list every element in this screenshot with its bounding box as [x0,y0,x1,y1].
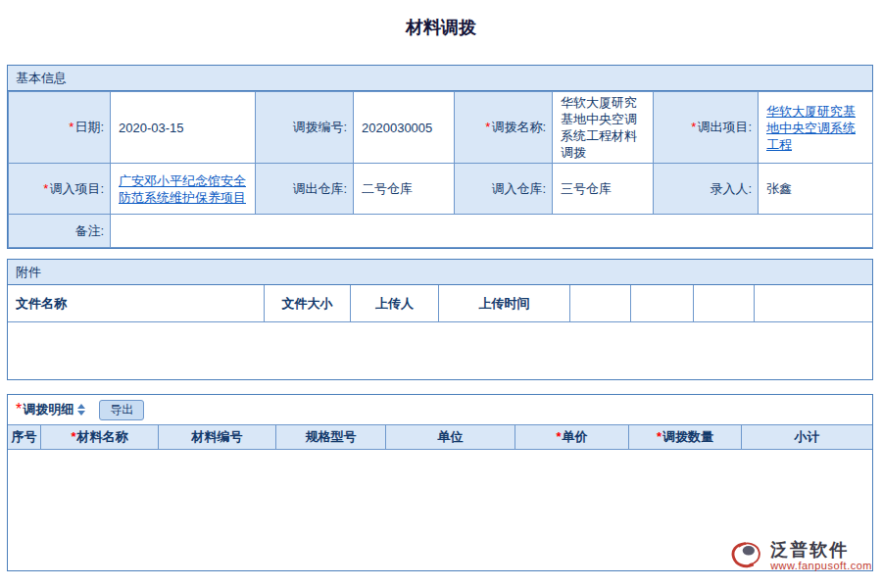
attachments-col-empty [755,285,872,321]
out-warehouse-label-text: 调出仓库: [292,181,347,196]
sort-icon[interactable] [77,404,85,416]
details-col-spec-model: 规格型号 [276,425,386,449]
attachments-col-uploader: 上传人 [351,285,439,321]
page-title: 材料调拨 [0,16,882,39]
in-project-label-text: 调入项目: [49,181,104,196]
export-button[interactable]: 导出 [99,400,144,420]
date-label-text: 日期: [74,120,104,134]
out-project-value: 华软大厦研究基地中央空调系统工程 [759,92,873,164]
details-col-quantity: *调拨数量 [629,425,742,449]
details-col-unit-text: 单位 [438,429,464,444]
out-project-label-text: 调出项目: [697,120,752,134]
transfer-no-label: 调拨编号: [256,92,354,164]
transfer-name-label-text: 调拨名称: [491,120,546,134]
required-marker: * [43,181,48,196]
required-marker: * [485,120,490,134]
details-col-material-code-text: 材料编号 [192,429,243,444]
attachments-col-empty [694,285,755,321]
details-col-subtotal: 小计 [742,425,872,449]
remark-value [111,215,873,248]
details-col-seq: 序号 [8,425,41,449]
attachments-section-title: 附件 [8,260,872,285]
transfer-no-label-text: 调拨编号: [292,120,347,134]
brand-footer: 泛普软件 www.fanpusoft.com [727,537,872,574]
basic-info-table: *日期: 2020-03-15 调拨编号: 2020030005 *调拨名称: … [8,91,873,248]
in-project-link[interactable]: 广安邓小平纪念馆安全防范系统维护保养项目 [119,172,249,206]
details-col-material-code: 材料编号 [159,425,276,449]
details-toolbar: * 调拨明细 导出 [8,395,872,424]
attachments-panel: 附件 文件名称 文件大小 上传人 上传时间 [7,259,873,380]
attachments-col-empty [631,285,694,321]
required-marker: * [71,429,75,444]
details-col-seq-text: 序号 [12,429,37,444]
in-warehouse-value: 三号仓库 [553,164,654,215]
details-col-quantity-text: 调拨数量 [662,429,713,444]
fanpu-logo-icon [727,537,764,574]
details-header-row: 序号 *材料名称 材料编号 规格型号 单位 *单价 *调拨数量 小计 [8,424,872,450]
out-project-link[interactable]: 华软大厦研究基地中央空调系统工程 [766,103,866,153]
basic-info-row-2: *调入项目: 广安邓小平纪念馆安全防范系统维护保养项目 调出仓库: 二号仓库 调… [9,164,873,215]
details-col-unit-price-text: 单价 [563,429,588,444]
transfer-name-label: *调拨名称: [455,92,553,164]
required-marker: * [556,429,561,444]
transfer-no-value: 2020030005 [354,92,455,164]
details-col-subtotal-text: 小计 [795,429,820,444]
attachments-col-filename: 文件名称 [8,285,265,321]
sort-down-arrow-icon [77,411,85,416]
attachments-col-filesize: 文件大小 [265,285,351,321]
required-marker: * [16,401,22,418]
out-warehouse-value: 二号仓库 [354,164,455,215]
brand-url[interactable]: www.fanpusoft.com [770,560,872,571]
in-warehouse-label: 调入仓库: [455,164,553,215]
required-marker: * [657,429,662,444]
attachments-empty-body [8,322,872,378]
details-col-unit: 单位 [386,425,515,449]
required-marker: * [691,120,696,134]
remark-label-text: 备注: [74,223,104,238]
details-col-material-name: *材料名称 [41,425,159,449]
basic-info-section-title: 基本信息 [8,66,872,91]
brand-text-block: 泛普软件 www.fanpusoft.com [770,540,872,571]
recorder-label: 录入人: [654,164,759,215]
details-col-spec-model-text: 规格型号 [306,429,357,444]
basic-info-row-3: 备注: [9,215,873,248]
basic-info-panel: 基本信息 *日期: 2020-03-15 调拨编号: 2020030005 *调… [7,65,873,249]
attachments-header-row: 文件名称 文件大小 上传人 上传时间 [8,285,872,322]
recorder-label-text: 录入人: [710,181,752,196]
brand-name: 泛普软件 [770,540,872,560]
in-warehouse-label-text: 调入仓库: [491,181,546,196]
details-section-title: 调拨明细 [23,401,74,418]
attachments-col-uploadtime: 上传时间 [439,285,570,321]
in-project-value: 广安邓小平纪念馆安全防范系统维护保养项目 [111,164,256,215]
in-project-label: *调入项目: [9,164,111,215]
sort-up-arrow-icon [77,404,85,409]
required-marker: * [69,120,74,134]
basic-info-row-1: *日期: 2020-03-15 调拨编号: 2020030005 *调拨名称: … [9,92,873,164]
remark-label: 备注: [9,215,111,248]
transfer-name-value: 华软大厦研究基地中央空调系统工程材料调拨 [553,92,654,164]
attachments-col-empty [570,285,631,321]
details-col-material-name-text: 材料名称 [77,429,128,444]
date-value: 2020-03-15 [111,92,256,164]
material-transfer-page: 材料调拨 基本信息 *日期: 2020-03-15 调拨编号: 20200300… [0,0,882,588]
date-label: *日期: [9,92,111,164]
out-warehouse-label: 调出仓库: [256,164,354,215]
details-col-unit-price: *单价 [515,425,629,449]
out-project-label: *调出项目: [654,92,759,164]
recorder-value: 张鑫 [759,164,873,215]
